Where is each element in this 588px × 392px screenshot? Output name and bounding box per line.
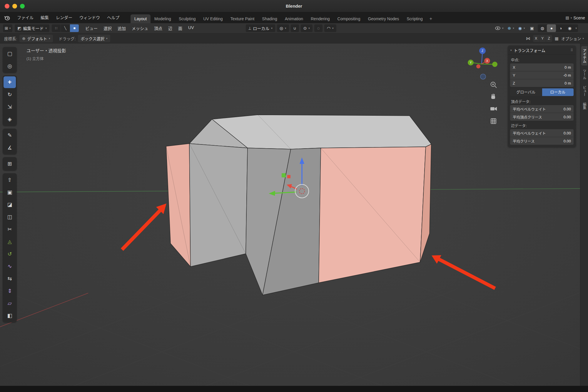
menu-vertex[interactable]: 頂点	[151, 25, 165, 31]
menu-help[interactable]: ヘルプ	[103, 12, 123, 23]
sidebar-tab-view[interactable]: ビュー	[581, 83, 587, 99]
tab-rendering[interactable]: Rendering	[307, 14, 334, 23]
proportional-edit-button[interactable]: ◌	[314, 24, 323, 32]
tool-transform[interactable]: ◈	[4, 113, 16, 125]
menu-file[interactable]: ファイル	[14, 12, 37, 23]
tool-spin[interactable]: ↺	[4, 248, 16, 260]
tab-geometry-nodes[interactable]: Geometry Nodes	[364, 14, 403, 23]
tab-shading[interactable]: Shading	[258, 14, 281, 23]
tool-add-cube[interactable]: ⊞	[4, 158, 16, 170]
tool-move[interactable]: +	[4, 76, 16, 88]
snap-settings-icon[interactable]: ▦	[555, 36, 559, 41]
scene-selector[interactable]: ▤ ▾ Scene	[565, 16, 585, 20]
tool-bevel[interactable]: ◪	[4, 199, 16, 211]
options-dropdown[interactable]: オプション ▾	[561, 36, 584, 41]
menu-face[interactable]: 面	[175, 25, 185, 31]
menu-mesh[interactable]: メッシュ	[129, 25, 151, 31]
mode-dropdown[interactable]: ◩ 編集モード ▾	[15, 24, 49, 32]
visibility-dropdown[interactable]: ▾	[494, 24, 505, 32]
tool-extrude-region[interactable]: ⇧	[4, 174, 16, 186]
ortho-grid-button[interactable]	[491, 119, 496, 124]
tool-annotate[interactable]: ✎	[4, 129, 16, 141]
xray-toggle-button[interactable]: ▣	[528, 24, 536, 32]
pan-hand-button[interactable]	[491, 94, 495, 99]
tool-select-box[interactable]: ▢	[4, 48, 16, 60]
pivot-dropdown[interactable]: ◎ ▾	[277, 24, 289, 32]
tool-scale[interactable]: ⇲	[4, 101, 16, 113]
shading-solid-button[interactable]: ●	[547, 24, 556, 32]
tool-edge-slide[interactable]: ⇆	[4, 273, 16, 285]
mirror-y-button[interactable]: Y	[539, 35, 546, 42]
transform-panel-header[interactable]: ▾ トランスフォーム ⠿	[508, 46, 576, 55]
zoom-button-viewport[interactable]	[491, 82, 497, 88]
tool-knife[interactable]: ✂	[4, 223, 16, 235]
tab-sculpting[interactable]: Sculpting	[175, 14, 200, 23]
mean-crease-field[interactable]: 平均クリース 0.00	[510, 137, 574, 145]
tool-loop-cut[interactable]: ◫	[4, 211, 16, 223]
tab-texture-paint[interactable]: Texture Paint	[227, 14, 258, 23]
gizmo-plane-handle-red[interactable]	[287, 175, 290, 178]
menu-view[interactable]: ビュー	[82, 25, 101, 31]
menu-uv[interactable]: UV	[185, 25, 197, 31]
snap-target-dropdown[interactable]: ⊙ ▾	[301, 24, 313, 32]
sidebar-tab-item[interactable]: アイテム	[581, 46, 587, 65]
median-x-field[interactable]: X 0 m	[510, 63, 574, 71]
tool-cursor[interactable]: ◎	[4, 60, 16, 72]
tool-smooth[interactable]: ∿	[4, 260, 16, 272]
face-left-box-front[interactable]	[189, 144, 248, 267]
panel-grip-icon[interactable]: ⠿	[570, 48, 573, 52]
face-right-box-selected[interactable]	[319, 147, 426, 283]
falloff-dropdown[interactable]: ◠ ▾	[324, 24, 336, 32]
mean-edge-bevel-weight-field[interactable]: 平均ベベルウェイト 0.00	[510, 129, 574, 137]
gizmos-dropdown[interactable]: ⊕ ▾	[506, 24, 515, 32]
tool-shrink-fatten[interactable]: ⇕	[4, 285, 16, 297]
sidebar-tab-edit[interactable]: 編集	[581, 100, 587, 112]
mirror-z-button[interactable]: Z	[546, 35, 552, 42]
add-workspace-button[interactable]: +	[427, 14, 435, 23]
nav-ball-y-neg[interactable]	[492, 62, 497, 67]
mirror-x-button[interactable]: X	[533, 35, 539, 42]
3d-scene[interactable]: Z Y X	[0, 43, 588, 386]
tab-modeling[interactable]: Modeling	[151, 14, 175, 23]
shading-wireframe-button[interactable]: ◍	[538, 24, 547, 32]
shading-material-button[interactable]: ◑	[556, 24, 565, 32]
navigation-gizmo[interactable]: Z Y X	[468, 48, 497, 79]
median-z-field[interactable]: Z 0 m	[510, 79, 574, 87]
tool-rip-region[interactable]: ◧	[4, 310, 16, 322]
orientation-dropdown[interactable]: ⟂ ローカル ▾	[246, 24, 275, 32]
nav-ball-x-neg[interactable]	[476, 64, 480, 68]
3d-viewport[interactable]: Z Y X	[0, 43, 588, 386]
tool-measure[interactable]: ∡	[4, 142, 16, 154]
menu-edit[interactable]: 編集	[37, 12, 52, 23]
snap-toggle-button[interactable]: ∪	[291, 24, 299, 32]
shading-rendered-button[interactable]: ◉	[565, 24, 574, 32]
editor-type-button[interactable]: ⊞ ▾	[3, 24, 12, 32]
face-select-button[interactable]: ■	[70, 24, 79, 32]
global-button[interactable]: グローバル	[510, 88, 542, 96]
tab-layout[interactable]: Layout	[131, 14, 151, 23]
mean-bevel-weight-field[interactable]: 平均ベベルウェイト 0.00	[510, 105, 574, 113]
tab-animation[interactable]: Animation	[281, 14, 307, 23]
vertex-select-button[interactable]: ∷	[52, 24, 61, 32]
edge-select-button[interactable]: ╲	[61, 24, 70, 32]
orientation-setting-dropdown[interactable]: ⊕ デフォルト ▾	[19, 35, 53, 42]
sidebar-tab-tool[interactable]: ツール	[581, 66, 587, 82]
tab-uv-editing[interactable]: UV Editing	[199, 14, 226, 23]
local-button[interactable]: ローカル	[542, 88, 574, 96]
drag-setting-dropdown[interactable]: ボックス選択 ▾	[78, 35, 110, 42]
menu-select[interactable]: 選択	[101, 25, 115, 31]
face-top[interactable]	[212, 115, 431, 149]
tool-poly-build[interactable]: ◬	[4, 236, 16, 248]
tool-shear[interactable]: ▱	[4, 297, 16, 309]
mean-vertex-crease-field[interactable]: 平均頂点クリース 0.00	[510, 113, 574, 121]
cube-mesh[interactable]	[166, 115, 431, 295]
tab-compositing[interactable]: Compositing	[334, 14, 364, 23]
nav-ball-z-neg[interactable]	[480, 74, 486, 79]
menu-edge[interactable]: 辺	[165, 25, 175, 31]
menu-add[interactable]: 追加	[115, 25, 129, 31]
menu-window[interactable]: ウィンドウ	[76, 12, 103, 23]
menu-render[interactable]: レンダー	[52, 12, 76, 23]
camera-view-button[interactable]	[490, 107, 497, 111]
tab-scripting[interactable]: Scripting	[403, 14, 426, 23]
tool-inset-faces[interactable]: ▣	[4, 186, 16, 198]
